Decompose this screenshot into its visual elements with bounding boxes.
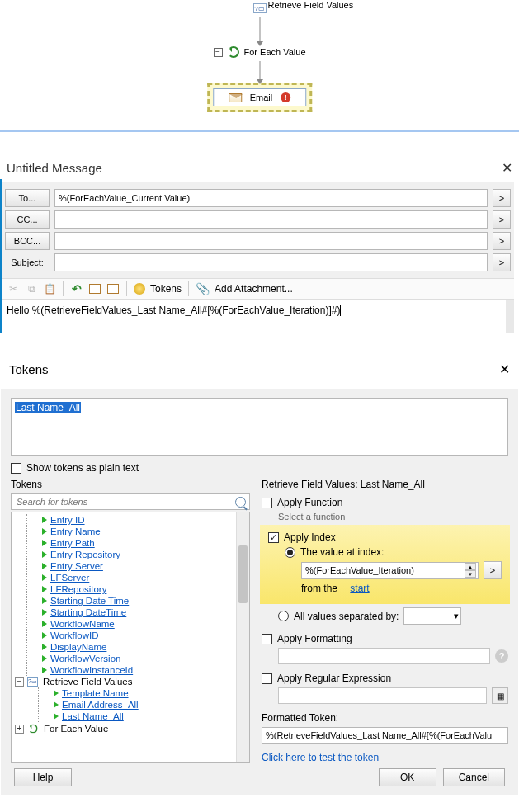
show-plain-checkbox[interactable]	[11, 463, 21, 474]
apply-formatting-checkbox[interactable]	[262, 634, 272, 644]
tree-item[interactable]: WorkflowName	[35, 618, 249, 630]
ok-button[interactable]: OK	[379, 768, 436, 786]
spin-up[interactable]: ▲	[465, 563, 476, 570]
tokens-close-icon[interactable]: ✕	[499, 361, 510, 377]
start-link[interactable]: start	[350, 583, 369, 594]
paste-icon[interactable]: 📋	[43, 282, 56, 295]
tokens-button[interactable]: Tokens	[150, 283, 182, 295]
tree-item[interactable]: Email Address_All	[47, 699, 249, 710]
right-heading: Retrieve Field Values: Last Name_All	[262, 479, 508, 490]
tree-item[interactable]: Last Name_All	[47, 710, 249, 722]
cc-button[interactable]: CC...	[5, 210, 50, 229]
collapse-icon[interactable]: −	[15, 677, 24, 687]
tree-item[interactable]: LFServer	[35, 572, 249, 583]
cancel-button[interactable]: Cancel	[443, 768, 505, 786]
apply-regex-label: Apply Regular Expression	[277, 673, 391, 684]
cut-icon[interactable]: ✂	[7, 282, 20, 295]
add-attachment-button[interactable]: Add Attachment...	[215, 283, 293, 295]
loop-icon	[227, 46, 238, 58]
token-icon	[42, 517, 47, 523]
bcc-field[interactable]	[54, 232, 488, 250]
tree-item[interactable]: Entry Repository	[35, 549, 249, 560]
cc-field[interactable]	[54, 210, 488, 229]
separator-combo[interactable]: ▾	[403, 607, 461, 625]
all-values-radio[interactable]	[278, 611, 289, 621]
undo-icon[interactable]: ↶	[70, 282, 83, 295]
subject-field[interactable]	[54, 253, 488, 271]
formatting-field[interactable]	[278, 648, 490, 664]
bcc-token-button[interactable]: >	[493, 232, 511, 250]
subject-token-button[interactable]: >	[493, 253, 511, 271]
tree-item[interactable]: Entry Server	[35, 560, 249, 572]
tree-item[interactable]: WorkflowVersion	[35, 653, 249, 664]
tree-group[interactable]: + For Each Value	[12, 722, 249, 735]
token-tree[interactable]: Entry ID Entry Name Entry Path Entry Rep…	[11, 512, 250, 763]
value-at-index-radio[interactable]	[285, 547, 295, 558]
regex-builder-button[interactable]: ▦	[492, 687, 508, 704]
wf-foreach-label: For Each Value	[243, 47, 305, 57]
formatted-label: Formatted Token:	[262, 712, 508, 724]
collapse-icon[interactable]: −	[213, 48, 222, 57]
index-value-input[interactable]: %(ForEachValue_Iteration) ▲ ▼	[301, 562, 479, 579]
tree-item[interactable]: Template Name	[47, 687, 249, 699]
token-search-input[interactable]	[12, 494, 249, 509]
token-icon	[42, 597, 47, 604]
tree-item[interactable]: Starting DateTime	[35, 607, 249, 618]
message-body[interactable]: Hello %(RetrieveFieldValues_Last Name_Al…	[2, 300, 514, 333]
value-at-index-label: The value at index:	[300, 546, 384, 558]
wf-email-label: Email	[250, 92, 273, 102]
tree-scrollbar[interactable]	[236, 512, 249, 762]
close-icon[interactable]: ✕	[502, 160, 512, 176]
form-icon: ?▭	[253, 3, 267, 13]
to-button[interactable]: To...	[5, 189, 50, 207]
all-values-label: All values separated by:	[294, 611, 399, 622]
show-plain-label: Show tokens as plain text	[26, 462, 139, 474]
tree-item[interactable]: DisplayName	[35, 641, 249, 653]
expand-icon[interactable]: +	[15, 725, 24, 734]
mail-icon	[229, 93, 242, 102]
workflow-diagram: ?▭ Retrieve Field Values − For Each Valu…	[0, 0, 519, 132]
help-icon[interactable]: ?	[495, 649, 508, 663]
index-token-button[interactable]: >	[484, 561, 502, 579]
bcc-button[interactable]: BCC...	[5, 232, 50, 250]
token-icon	[42, 667, 47, 673]
cc-token-button[interactable]: >	[493, 210, 511, 229]
loop-icon	[28, 724, 37, 733]
apply-function-checkbox[interactable]	[262, 498, 272, 508]
wf-email-selected[interactable]: Email !	[207, 83, 313, 112]
help-button[interactable]: Help	[14, 768, 72, 786]
token-search[interactable]	[11, 493, 250, 510]
to-token-button[interactable]: >	[493, 189, 511, 207]
token-icon	[42, 551, 47, 558]
token-icon	[42, 621, 47, 627]
copy-icon[interactable]: ⧉	[25, 282, 38, 295]
formatted-token-output: %(RetrieveFieldValues_Last Name_All#[%(F…	[262, 727, 508, 744]
spin-down[interactable]: ▼	[465, 570, 476, 578]
email-panel-title-row: Untitled Message ✕	[0, 157, 519, 179]
activity-icon: ?▭	[27, 677, 38, 687]
regex-field[interactable]	[278, 687, 487, 704]
apply-regex-checkbox[interactable]	[262, 673, 272, 684]
tree-item[interactable]: LFRepository	[35, 583, 249, 595]
tokens-icon	[134, 283, 145, 295]
to-field[interactable]	[54, 189, 488, 207]
tree-item[interactable]: Starting Date Time	[35, 595, 249, 607]
tree-item[interactable]: Entry Name	[35, 526, 249, 537]
wf-retrieve-label: Retrieve Field Values	[268, 0, 354, 10]
tree-item[interactable]: WorkflowInstanceId	[35, 664, 249, 676]
tree-item[interactable]: WorkflowID	[35, 630, 249, 641]
tree-group[interactable]: − ?▭ Retrieve Field Values	[12, 676, 249, 687]
token-icon	[54, 701, 59, 708]
from-the-label: from the	[301, 583, 337, 594]
tree-item[interactable]: Entry Path	[35, 537, 249, 549]
apply-formatting-label: Apply Formatting	[277, 633, 352, 644]
wf-foreach-node[interactable]: − For Each Value	[213, 46, 305, 58]
calendar-icon[interactable]	[88, 282, 101, 295]
delete-icon[interactable]	[106, 282, 120, 295]
wf-retrieve-node[interactable]: ?▭	[253, 3, 267, 13]
apply-index-checkbox[interactable]	[268, 532, 279, 543]
token-icon	[42, 528, 47, 535]
token-expression-input[interactable]: Last Name_All	[11, 398, 508, 456]
tree-item[interactable]: Entry ID	[35, 514, 249, 526]
test-token-link[interactable]: Click here to test the token	[262, 752, 379, 763]
